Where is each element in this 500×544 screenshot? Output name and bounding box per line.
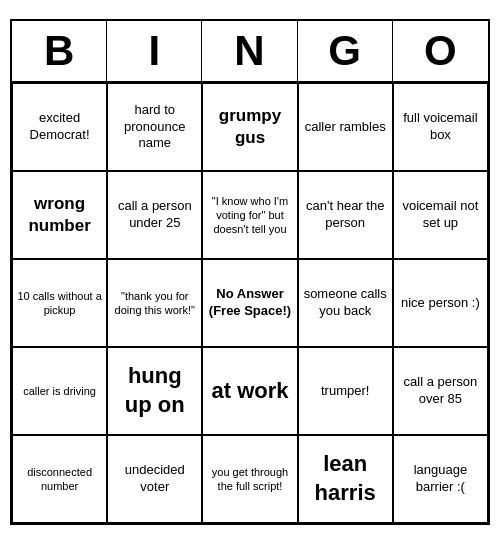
bingo-letter-i: I	[107, 21, 202, 81]
bingo-cell-9: voicemail not set up	[393, 171, 488, 259]
bingo-cell-10: 10 calls without a pickup	[12, 259, 107, 347]
bingo-cell-11: "thank you for doing this work!"	[107, 259, 202, 347]
bingo-letter-n: N	[202, 21, 297, 81]
bingo-cell-23: lean harris	[298, 435, 393, 523]
bingo-cell-22: you get through the full script!	[202, 435, 297, 523]
bingo-cell-7: "I know who I'm voting for" but doesn't …	[202, 171, 297, 259]
bingo-cell-3: caller rambles	[298, 83, 393, 171]
bingo-cell-19: call a person over 85	[393, 347, 488, 435]
bingo-header: BINGO	[12, 21, 488, 83]
bingo-cell-6: call a person under 25	[107, 171, 202, 259]
bingo-cell-0: excited Democrat!	[12, 83, 107, 171]
bingo-cell-18: trumper!	[298, 347, 393, 435]
bingo-cell-16: hung up on	[107, 347, 202, 435]
bingo-cell-21: undecided voter	[107, 435, 202, 523]
bingo-letter-o: O	[393, 21, 488, 81]
bingo-cell-20: disconnected number	[12, 435, 107, 523]
bingo-letter-g: G	[298, 21, 393, 81]
bingo-card: BINGO excited Democrat!hard to pronounce…	[10, 19, 490, 525]
bingo-cell-13: someone calls you back	[298, 259, 393, 347]
bingo-cell-5: wrong number	[12, 171, 107, 259]
bingo-cell-17: at work	[202, 347, 297, 435]
bingo-cell-14: nice person :)	[393, 259, 488, 347]
bingo-cell-24: language barrier :(	[393, 435, 488, 523]
bingo-cell-1: hard to pronounce name	[107, 83, 202, 171]
bingo-cell-15: caller is driving	[12, 347, 107, 435]
bingo-cell-8: can't hear the person	[298, 171, 393, 259]
bingo-letter-b: B	[12, 21, 107, 81]
bingo-grid: excited Democrat!hard to pronounce nameg…	[12, 83, 488, 523]
bingo-cell-2: grumpy gus	[202, 83, 297, 171]
bingo-cell-12: No Answer (Free Space!)	[202, 259, 297, 347]
bingo-cell-4: full voicemail box	[393, 83, 488, 171]
